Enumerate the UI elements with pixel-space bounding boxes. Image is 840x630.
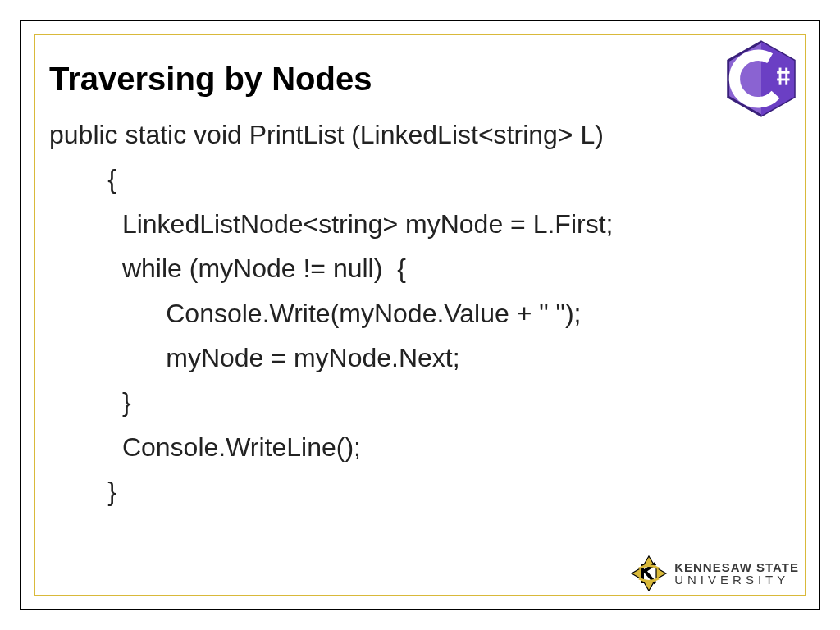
ksu-logo: KENNESAW STATE UNIVERSITY [630, 555, 799, 592]
svg-marker-9 [632, 568, 641, 579]
code-line: } [49, 387, 131, 417]
code-line: Console.WriteLine(); [49, 432, 361, 462]
code-line: } [49, 477, 116, 506]
code-line: public static void PrintList (LinkedList… [49, 120, 604, 149]
code-line: while (myNode != null) { [49, 253, 406, 283]
svg-marker-10 [656, 568, 666, 579]
slide-content: Traversing by Nodes public static void P… [49, 61, 791, 514]
code-line: LinkedListNode<string> myNode = L.First; [49, 209, 613, 239]
code-block: public static void PrintList (LinkedList… [49, 112, 791, 514]
ksu-name-line2: UNIVERSITY [674, 573, 799, 586]
ksu-text: KENNESAW STATE UNIVERSITY [674, 561, 799, 586]
code-line: Console.Write(myNode.Value + " "); [49, 299, 581, 328]
ksu-mark-icon [630, 555, 668, 592]
ksu-name-line1: KENNESAW STATE [674, 561, 799, 573]
code-line: myNode = myNode.Next; [49, 343, 460, 372]
code-line: { [49, 164, 116, 194]
slide-title: Traversing by Nodes [49, 61, 791, 98]
csharp-icon [722, 39, 801, 118]
